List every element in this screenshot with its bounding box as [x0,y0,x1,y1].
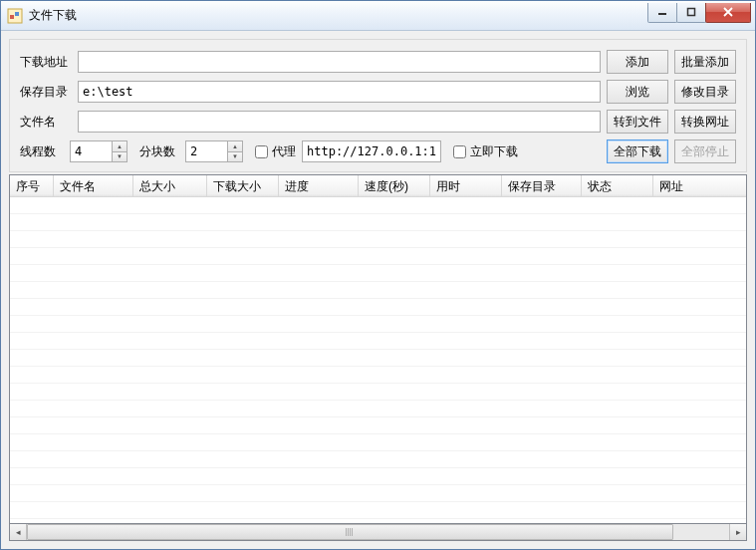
scroll-left-button[interactable]: ◂ [10,524,27,540]
table-row [10,485,746,502]
table-row [10,282,746,299]
row-save-dir: 保存目录 浏览 修改目录 [20,80,736,104]
scroll-track[interactable] [27,524,729,540]
threads-spin-buttons[interactable]: ▲ ▼ [112,140,127,162]
row-filename: 文件名 转到文件 转换网址 [20,110,736,134]
table-row [10,333,746,350]
listview-body[interactable] [10,197,746,523]
stop-all-button: 全部停止 [674,139,736,163]
table-row [10,451,746,468]
table-row [10,197,746,214]
scroll-thumb[interactable] [27,524,673,540]
chunks-down-icon[interactable]: ▼ [228,152,242,162]
table-row [10,434,746,451]
label-save-dir: 保存目录 [20,84,72,101]
filename-input[interactable] [78,111,601,133]
proxy-checkbox-wrap[interactable]: 代理 [255,143,296,160]
col-url[interactable]: 网址 [653,175,746,196]
label-chunks: 分块数 [139,143,179,160]
col-seq[interactable]: 序号 [10,175,54,196]
modify-dir-button[interactable]: 修改目录 [674,80,736,104]
window-title: 文件下载 [29,7,647,24]
proxy-checkbox[interactable] [255,145,268,158]
proxy-url-input[interactable] [302,140,441,162]
titlebar[interactable]: 文件下载 [1,1,755,31]
table-row [10,316,746,333]
app-window: 文件下载 下载地址 添加 批量添加 保存目录 浏览 [0,0,756,550]
table-row [10,519,746,523]
minimize-button[interactable] [647,3,677,23]
to-file-button[interactable]: 转到文件 [607,110,668,134]
col-progress[interactable]: 进度 [279,175,359,196]
row-options: 线程数 ▲ ▼ 分块数 ▲ ▼ [20,139,736,163]
table-row [10,248,746,265]
col-status[interactable]: 状态 [582,175,653,196]
download-url-input[interactable] [78,51,601,73]
add-button[interactable]: 添加 [607,50,668,74]
download-listview[interactable]: 序号 文件名 总大小 下载大小 进度 速度(秒) 用时 保存目录 状态 网址 [9,174,747,524]
table-row [10,265,746,282]
table-row [10,384,746,401]
maximize-button[interactable] [676,3,706,23]
table-row [10,350,746,367]
app-icon [7,8,23,24]
col-save-dir[interactable]: 保存目录 [502,175,582,196]
svg-rect-4 [688,9,695,16]
threads-up-icon[interactable]: ▲ [113,141,126,152]
svg-rect-2 [15,12,19,16]
table-row [10,502,746,519]
threads-input[interactable] [70,140,112,162]
svg-rect-1 [10,15,14,19]
table-row [10,299,746,316]
table-row [10,214,746,231]
chunks-input[interactable] [185,140,227,162]
col-filename[interactable]: 文件名 [54,175,133,196]
label-proxy: 代理 [272,143,296,160]
label-filename: 文件名 [20,114,72,131]
settings-group: 下载地址 添加 批量添加 保存目录 浏览 修改目录 文件名 转到文件 转换网址 … [9,39,747,172]
close-button[interactable] [705,3,751,23]
listview-header[interactable]: 序号 文件名 总大小 下载大小 进度 速度(秒) 用时 保存目录 状态 网址 [10,175,746,197]
threads-down-icon[interactable]: ▼ [113,152,126,162]
chunks-spinner[interactable]: ▲ ▼ [185,140,243,162]
download-now-checkbox-wrap[interactable]: 立即下载 [453,143,518,160]
content-area: 下载地址 添加 批量添加 保存目录 浏览 修改目录 文件名 转到文件 转换网址 … [1,31,755,549]
download-now-checkbox[interactable] [453,145,466,158]
batch-add-button[interactable]: 批量添加 [674,50,736,74]
threads-spinner[interactable]: ▲ ▼ [70,140,127,162]
chunks-up-icon[interactable]: ▲ [228,141,242,152]
scroll-right-button[interactable]: ▸ [729,524,746,540]
label-threads: 线程数 [20,143,64,160]
table-row [10,367,746,384]
table-row [10,231,746,248]
browse-button[interactable]: 浏览 [607,80,668,104]
label-download-now: 立即下载 [470,143,518,160]
table-row [10,468,746,485]
horizontal-scrollbar[interactable]: ◂ ▸ [9,524,747,541]
row-download-url: 下载地址 添加 批量添加 [20,50,736,74]
label-download-url: 下载地址 [20,54,72,71]
table-row [10,401,746,417]
col-speed[interactable]: 速度(秒) [359,175,430,196]
scroll-grip-icon [346,528,354,536]
download-all-button[interactable]: 全部下载 [607,139,668,163]
window-controls [647,3,751,23]
save-dir-input[interactable] [78,81,601,103]
col-elapsed[interactable]: 用时 [430,175,502,196]
convert-url-button[interactable]: 转换网址 [674,110,736,134]
chunks-spin-buttons[interactable]: ▲ ▼ [227,140,243,162]
col-download-size[interactable]: 下载大小 [207,175,279,196]
table-row [10,417,746,434]
col-total-size[interactable]: 总大小 [133,175,207,196]
